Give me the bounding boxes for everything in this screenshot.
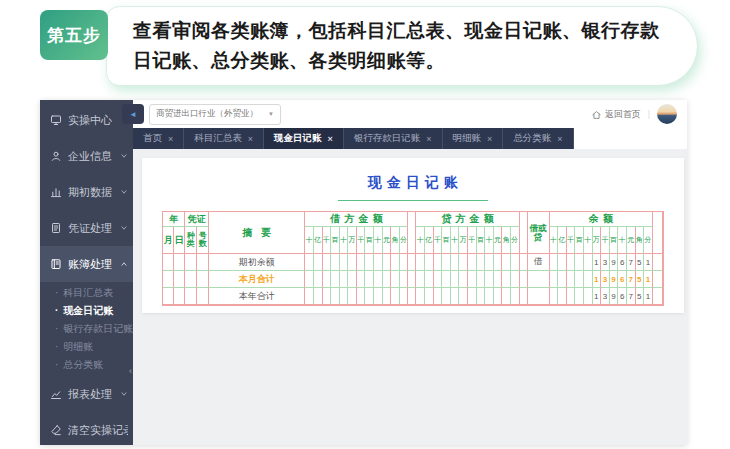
digit-cell [502, 288, 511, 305]
digit-cell [348, 288, 357, 305]
close-icon[interactable]: × [248, 134, 253, 144]
instruction-card: 查看审阅各类账簿，包括科目汇总表、现金日记账、银行存款日记账、总分类账、各类明细… [106, 6, 698, 86]
digit-cell [383, 288, 392, 305]
digit-cell [459, 271, 468, 288]
digit-cell: 7 [627, 288, 636, 305]
sidebar-item-bank-journal[interactable]: ·银行存款日记账 [40, 320, 133, 338]
return-home-link[interactable]: 返回首页 [591, 108, 641, 121]
sidebar-item-voucher-processing[interactable]: 凭证处理 [40, 210, 133, 246]
close-icon[interactable]: × [557, 134, 562, 144]
digit-cell [340, 254, 349, 271]
arrow-left-icon: ◄ [129, 110, 137, 119]
digit-cell [575, 271, 584, 288]
chevron-down-icon: ▼ [268, 111, 274, 117]
collapse-sidebar-button[interactable]: ◄ [122, 104, 144, 124]
tab-bank-journal[interactable]: 银行存款日记账× [344, 128, 443, 149]
digit-cell [365, 254, 374, 271]
col-year: 年 [163, 212, 185, 227]
close-icon[interactable]: × [487, 134, 492, 144]
close-icon[interactable]: × [328, 134, 333, 144]
digit-cell [340, 271, 349, 288]
digit-cell [558, 254, 567, 271]
digit-cell [567, 254, 576, 271]
chevron-up-icon [120, 260, 128, 268]
sidebar-item-label: 实操中心 [68, 113, 128, 128]
sidebar-item-subject-summary[interactable]: ·科目汇总表 [40, 284, 133, 302]
industry-select-value: 商贸进出口行业（外贸业） [156, 108, 258, 120]
digit-scale-label: 亿 [425, 227, 434, 254]
sidebar-item-label: 银行存款日记账 [63, 322, 133, 336]
sidebar-item-general-ledger[interactable]: ·总分类账 [40, 356, 133, 374]
digit-cell [357, 254, 366, 271]
digit-cell [314, 254, 323, 271]
tab-detail-ledger[interactable]: 明细账× [443, 128, 504, 149]
digit-cell: 1 [644, 254, 653, 271]
cell-direction [528, 288, 550, 305]
sidebar-item-report-processing[interactable]: 报表处理 [40, 376, 133, 412]
chevron-down-icon [120, 224, 128, 232]
sidebar-item-label: 凭证处理 [68, 221, 114, 236]
digit-scale-label: 十 [416, 227, 425, 254]
col-summary: 摘要 [209, 212, 305, 254]
cell-summary: 期初余额 [209, 254, 305, 271]
sidebar-item-ledger-processing[interactable]: 账簿处理 [40, 246, 133, 282]
digit-cell: 9 [610, 271, 619, 288]
tab-label: 科目汇总表 [194, 132, 242, 145]
sidebar-item-practice-center[interactable]: 实操中心 [40, 102, 133, 138]
document-icon [50, 222, 62, 234]
digit-scale-label: 百 [575, 227, 584, 254]
digit-cell [425, 254, 434, 271]
digit-scale-label: 万 [348, 227, 357, 254]
chevron-down-icon [120, 152, 128, 160]
digit-cell [305, 288, 314, 305]
digit-cell [314, 271, 323, 288]
tab-home[interactable]: 首页× [133, 128, 184, 149]
tab-general-ledger[interactable]: 总分类账× [503, 128, 573, 149]
digit-scale-label: 百 [365, 227, 374, 254]
digit-scale-label: 十 [374, 227, 383, 254]
digit-cell: 7 [627, 254, 636, 271]
digit-cell [383, 254, 392, 271]
bullet-icon: · [55, 342, 58, 352]
col-voucher-type: 种类 [185, 227, 197, 254]
sidebar-item-cash-journal[interactable]: ·现金日记账 [40, 302, 133, 320]
cell-separator [408, 271, 416, 288]
digit-cell [391, 271, 400, 288]
sidebar-collapse-icon[interactable]: ‹ [129, 366, 132, 376]
close-icon[interactable]: × [168, 134, 173, 144]
cell-summary: 本月合计 [209, 271, 305, 288]
digit-cell [400, 254, 409, 271]
chevron-down-icon [120, 188, 128, 196]
digit-scale-label: 十 [340, 227, 349, 254]
industry-select[interactable]: 商贸进出口行业（外贸业） ▼ [149, 104, 281, 125]
sidebar-item-clear-practice-records[interactable]: 清空实操记录 [40, 412, 133, 445]
digit-cell: 3 [601, 288, 610, 305]
close-icon[interactable]: × [426, 134, 431, 144]
cell-direction [528, 271, 550, 288]
sidebar-item-opening-data[interactable]: 期初数据 [40, 174, 133, 210]
digit-cell [305, 271, 314, 288]
content-area: 现金日记账 年凭证摘要借方金额贷方金额借或贷余额月日种类号数十亿千百十万千百十元… [133, 149, 687, 445]
tab-label: 首页 [143, 132, 162, 145]
digit-cell [400, 288, 409, 305]
sidebar-submenu: ·科目汇总表·现金日记账·银行存款日记账·明细账·总分类账 [40, 282, 133, 376]
tab-list: 首页×科目汇总表×现金日记账×银行存款日记账×明细账×总分类账× [133, 128, 574, 149]
digit-cell [468, 288, 477, 305]
cell-month [163, 288, 174, 305]
digit-cell: 6 [618, 254, 627, 271]
digit-scale-label: 亿 [314, 227, 323, 254]
tab-cash-journal[interactable]: 现金日记账× [264, 128, 344, 149]
digit-cell [425, 271, 434, 288]
digit-scale-label: 分 [400, 227, 409, 254]
tab-subject-summary[interactable]: 科目汇总表× [184, 128, 264, 149]
sidebar-item-company-info[interactable]: 企业信息 [40, 138, 133, 174]
cell-direction: 借 [528, 254, 550, 271]
tab-bar: 首页×科目汇总表×现金日记账×银行存款日记账×明细账×总分类账× [133, 128, 687, 149]
digit-scale-label: 百 [331, 227, 340, 254]
digit-cell [502, 254, 511, 271]
digit-scale-label: 十 [618, 227, 627, 254]
digit-scale-label: 角 [636, 227, 645, 254]
sidebar-item-detail-ledger[interactable]: ·明细账 [40, 338, 133, 356]
digit-cell: 1 [644, 271, 653, 288]
avatar[interactable] [657, 104, 677, 124]
